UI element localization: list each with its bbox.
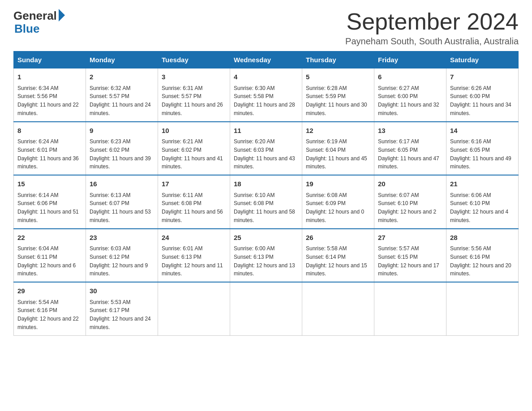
day-number: 20 xyxy=(378,179,442,189)
calendar-cell: 9 Sunrise: 6:23 AMSunset: 6:02 PMDayligh… xyxy=(86,122,158,176)
logo-area: General Blue xyxy=(13,9,65,36)
day-info: Sunrise: 6:13 AMSunset: 6:07 PMDaylight:… xyxy=(90,192,151,223)
calendar-cell: 4 Sunrise: 6:30 AMSunset: 5:58 PMDayligh… xyxy=(230,68,302,122)
calendar-cell: 1 Sunrise: 6:34 AMSunset: 5:56 PMDayligh… xyxy=(14,68,86,122)
day-number: 11 xyxy=(234,126,298,136)
calendar-week-row: 29 Sunrise: 5:54 AMSunset: 6:16 PMDaylig… xyxy=(14,282,519,335)
logo: General xyxy=(13,9,65,23)
column-header-monday: Monday xyxy=(86,51,158,68)
day-number: 22 xyxy=(17,233,82,243)
calendar-cell xyxy=(158,282,230,335)
calendar-cell: 23 Sunrise: 6:03 AMSunset: 6:12 PMDaylig… xyxy=(86,229,158,283)
calendar-cell: 19 Sunrise: 6:08 AMSunset: 6:09 PMDaylig… xyxy=(302,175,374,229)
calendar-cell: 14 Sunrise: 6:16 AMSunset: 6:05 PMDaylig… xyxy=(446,122,519,176)
day-info: Sunrise: 6:16 AMSunset: 6:05 PMDaylight:… xyxy=(450,138,511,170)
calendar-cell: 18 Sunrise: 6:10 AMSunset: 6:08 PMDaylig… xyxy=(230,175,302,229)
calendar-cell: 24 Sunrise: 6:01 AMSunset: 6:13 PMDaylig… xyxy=(158,229,230,283)
day-number: 2 xyxy=(90,72,154,82)
day-info: Sunrise: 6:00 AMSunset: 6:13 PMDaylight:… xyxy=(234,245,295,277)
day-info: Sunrise: 6:26 AMSunset: 6:00 PMDaylight:… xyxy=(450,85,511,116)
day-number: 16 xyxy=(90,179,154,189)
day-number: 1 xyxy=(17,72,82,82)
column-header-thursday: Thursday xyxy=(302,51,374,68)
day-number: 24 xyxy=(162,233,226,243)
calendar-cell: 22 Sunrise: 6:04 AMSunset: 6:11 PMDaylig… xyxy=(14,229,86,283)
logo-blue-text: Blue xyxy=(14,22,39,35)
calendar-cell: 26 Sunrise: 5:58 AMSunset: 6:14 PMDaylig… xyxy=(302,229,374,283)
calendar-week-row: 15 Sunrise: 6:14 AMSunset: 6:06 PMDaylig… xyxy=(14,175,519,229)
day-number: 17 xyxy=(162,179,226,189)
day-info: Sunrise: 6:04 AMSunset: 6:11 PMDaylight:… xyxy=(17,245,76,277)
column-header-saturday: Saturday xyxy=(446,51,519,68)
day-info: Sunrise: 6:28 AMSunset: 5:59 PMDaylight:… xyxy=(306,85,367,116)
day-number: 10 xyxy=(162,126,226,136)
day-info: Sunrise: 6:19 AMSunset: 6:04 PMDaylight:… xyxy=(306,138,367,170)
calendar-cell: 13 Sunrise: 6:17 AMSunset: 6:05 PMDaylig… xyxy=(374,122,446,176)
day-info: Sunrise: 5:54 AMSunset: 6:16 PMDaylight:… xyxy=(17,299,79,330)
calendar-cell: 5 Sunrise: 6:28 AMSunset: 5:59 PMDayligh… xyxy=(302,68,374,122)
calendar-cell: 7 Sunrise: 6:26 AMSunset: 6:00 PMDayligh… xyxy=(446,68,519,122)
day-number: 28 xyxy=(450,233,515,243)
column-header-tuesday: Tuesday xyxy=(158,51,230,68)
calendar-cell: 30 Sunrise: 5:53 AMSunset: 6:17 PMDaylig… xyxy=(86,282,158,335)
day-info: Sunrise: 5:57 AMSunset: 6:15 PMDaylight:… xyxy=(378,245,439,277)
day-info: Sunrise: 6:20 AMSunset: 6:03 PMDaylight:… xyxy=(234,138,295,170)
day-number: 9 xyxy=(90,126,154,136)
day-info: Sunrise: 6:01 AMSunset: 6:13 PMDaylight:… xyxy=(162,245,223,277)
calendar-cell: 6 Sunrise: 6:27 AMSunset: 6:00 PMDayligh… xyxy=(374,68,446,122)
day-number: 8 xyxy=(17,126,82,136)
day-number: 14 xyxy=(450,126,515,136)
calendar-cell xyxy=(446,282,519,335)
day-info: Sunrise: 6:27 AMSunset: 6:00 PMDaylight:… xyxy=(378,85,439,116)
day-info: Sunrise: 6:17 AMSunset: 6:05 PMDaylight:… xyxy=(378,138,439,170)
column-header-friday: Friday xyxy=(374,51,446,68)
day-info: Sunrise: 6:14 AMSunset: 6:06 PMDaylight:… xyxy=(17,192,79,223)
calendar-week-row: 8 Sunrise: 6:24 AMSunset: 6:01 PMDayligh… xyxy=(14,122,519,176)
calendar-cell: 16 Sunrise: 6:13 AMSunset: 6:07 PMDaylig… xyxy=(86,175,158,229)
day-info: Sunrise: 6:03 AMSunset: 6:12 PMDaylight:… xyxy=(90,245,148,277)
day-number: 29 xyxy=(17,286,82,296)
column-header-wednesday: Wednesday xyxy=(230,51,302,68)
calendar-header-row: SundayMondayTuesdayWednesdayThursdayFrid… xyxy=(14,51,519,68)
day-number: 25 xyxy=(234,233,298,243)
day-number: 18 xyxy=(234,179,298,189)
calendar-cell: 17 Sunrise: 6:11 AMSunset: 6:08 PMDaylig… xyxy=(158,175,230,229)
calendar-cell: 3 Sunrise: 6:31 AMSunset: 5:57 PMDayligh… xyxy=(158,68,230,122)
day-number: 19 xyxy=(306,179,370,189)
logo-arrow-icon xyxy=(59,9,65,21)
day-number: 27 xyxy=(378,233,442,243)
logo-general-text: General xyxy=(13,9,57,23)
day-info: Sunrise: 6:34 AMSunset: 5:56 PMDaylight:… xyxy=(17,85,79,116)
calendar-cell: 27 Sunrise: 5:57 AMSunset: 6:15 PMDaylig… xyxy=(374,229,446,283)
day-number: 15 xyxy=(17,179,82,189)
day-number: 6 xyxy=(378,72,442,82)
calendar-cell: 29 Sunrise: 5:54 AMSunset: 6:16 PMDaylig… xyxy=(14,282,86,335)
day-info: Sunrise: 6:24 AMSunset: 6:01 PMDaylight:… xyxy=(17,138,79,170)
day-number: 5 xyxy=(306,72,370,82)
day-info: Sunrise: 6:31 AMSunset: 5:57 PMDaylight:… xyxy=(162,85,223,116)
calendar-cell: 10 Sunrise: 6:21 AMSunset: 6:02 PMDaylig… xyxy=(158,122,230,176)
page-header: General Blue September 2024 Payneham Sou… xyxy=(13,9,519,47)
calendar-cell: 28 Sunrise: 5:56 AMSunset: 6:16 PMDaylig… xyxy=(446,229,519,283)
day-number: 21 xyxy=(450,179,515,189)
calendar-week-row: 22 Sunrise: 6:04 AMSunset: 6:11 PMDaylig… xyxy=(14,229,519,283)
calendar-cell: 2 Sunrise: 6:32 AMSunset: 5:57 PMDayligh… xyxy=(86,68,158,122)
calendar-week-row: 1 Sunrise: 6:34 AMSunset: 5:56 PMDayligh… xyxy=(14,68,519,122)
day-number: 23 xyxy=(90,233,154,243)
title-area: September 2024 Payneham South, South Aus… xyxy=(345,9,519,47)
day-info: Sunrise: 6:32 AMSunset: 5:57 PMDaylight:… xyxy=(90,85,151,116)
day-number: 4 xyxy=(234,72,298,82)
day-info: Sunrise: 5:53 AMSunset: 6:17 PMDaylight:… xyxy=(90,299,151,330)
day-info: Sunrise: 6:30 AMSunset: 5:58 PMDaylight:… xyxy=(234,85,295,116)
calendar-cell: 21 Sunrise: 6:06 AMSunset: 6:10 PMDaylig… xyxy=(446,175,519,229)
calendar-cell: 11 Sunrise: 6:20 AMSunset: 6:03 PMDaylig… xyxy=(230,122,302,176)
day-info: Sunrise: 6:21 AMSunset: 6:02 PMDaylight:… xyxy=(162,138,223,170)
calendar-cell xyxy=(374,282,446,335)
calendar-cell: 20 Sunrise: 6:07 AMSunset: 6:10 PMDaylig… xyxy=(374,175,446,229)
calendar-cell: 25 Sunrise: 6:00 AMSunset: 6:13 PMDaylig… xyxy=(230,229,302,283)
day-number: 7 xyxy=(450,72,515,82)
day-info: Sunrise: 6:08 AMSunset: 6:09 PMDaylight:… xyxy=(306,192,364,223)
day-number: 13 xyxy=(378,126,442,136)
calendar-cell xyxy=(230,282,302,335)
day-info: Sunrise: 6:07 AMSunset: 6:10 PMDaylight:… xyxy=(378,192,436,223)
